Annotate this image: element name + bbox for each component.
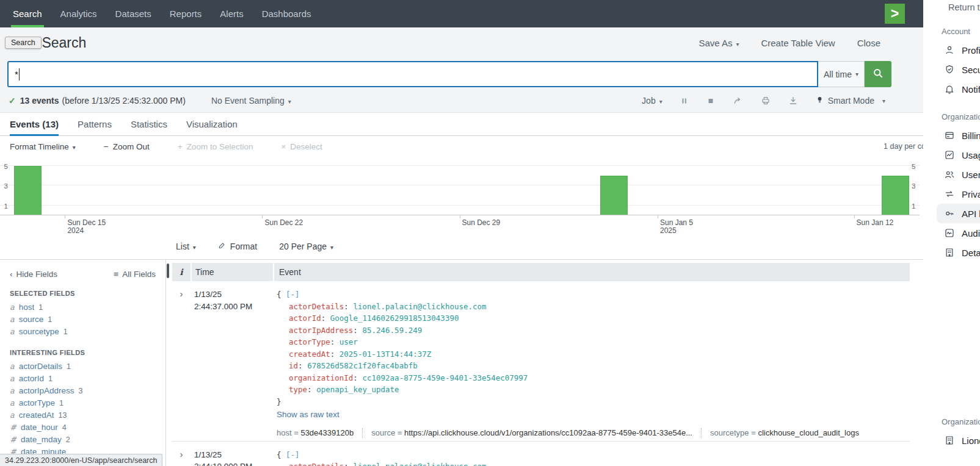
create-table-view-button[interactable]: Create Table View: [761, 38, 835, 48]
print-button[interactable]: [761, 96, 771, 106]
save-as-button[interactable]: Save As: [699, 38, 739, 48]
event-sampling-dropdown[interactable]: No Event Sampling: [211, 96, 291, 106]
zoom-to-selection-button[interactable]: Zoom to Selection: [178, 142, 253, 151]
json-key[interactable]: actorType: [289, 337, 330, 346]
timeline-bar[interactable]: [600, 176, 628, 215]
timeline-bar[interactable]: [14, 166, 42, 216]
json-key[interactable]: createdAt: [289, 349, 330, 359]
job-controls: Job: [642, 95, 885, 106]
zoom-out-button[interactable]: Zoom Out: [104, 142, 150, 151]
json-value[interactable]: lionel.palacin@clickhouse.com: [353, 302, 486, 311]
close-button[interactable]: Close: [857, 38, 880, 48]
collapse-toggle[interactable]: [-]: [286, 290, 300, 299]
expand-caret-icon[interactable]: ›: [180, 289, 183, 299]
field-link[interactable]: date_mday: [21, 434, 62, 446]
per-page-dropdown[interactable]: 20 Per Page: [279, 242, 333, 251]
json-key[interactable]: organizationId: [289, 373, 353, 382]
meta-source[interactable]: source = https://api.clickhouse.cloud/v1…: [362, 428, 701, 438]
share-button[interactable]: [733, 96, 743, 106]
field-link[interactable]: actorDetails: [19, 360, 62, 373]
field-link[interactable]: actorId: [19, 373, 44, 385]
hide-fields-button[interactable]: ‹ Hide Fields: [10, 270, 57, 279]
results-area: ‹ Hide Fields ≡ All Fields SELECTED FIEL…: [0, 259, 923, 466]
job-dropdown[interactable]: Job: [642, 96, 662, 106]
panel-item-users[interactable]: Users: [942, 165, 980, 184]
panel-item-security[interactable]: Security: [942, 60, 980, 79]
json-key[interactable]: actorIpAddress: [289, 326, 353, 335]
panel-item-usage[interactable]: Usage: [942, 145, 980, 165]
nav-item-search[interactable]: Search: [4, 0, 51, 27]
deselect-button[interactable]: Deselect: [281, 142, 322, 151]
user-icon: [944, 45, 955, 56]
json-value[interactable]: user: [339, 337, 358, 346]
field-item-source[interactable]: asource1: [0, 314, 165, 326]
json-key[interactable]: type: [289, 385, 307, 394]
collapse-toggle[interactable]: [-]: [286, 450, 300, 459]
field-item-actordetails[interactable]: aactorDetails1: [0, 360, 165, 373]
stop-button[interactable]: [706, 96, 715, 106]
panel-item-api-keys[interactable]: API keys: [937, 204, 980, 223]
panel-item-audit[interactable]: Audit: [942, 223, 980, 243]
json-value[interactable]: openapi_key_update: [316, 385, 399, 394]
field-item-actoripaddress[interactable]: aactorIpAddress3: [0, 385, 165, 397]
panel-item-private[interactable]: Private: [942, 184, 980, 204]
return-link[interactable]: Return to: [948, 2, 980, 12]
field-link[interactable]: host: [19, 301, 35, 314]
panel-item-notifications[interactable]: Notifications: [942, 79, 980, 99]
field-item-sourcetype[interactable]: asourcetype1: [0, 326, 165, 338]
nav-item-dashboards[interactable]: Dashboards: [253, 0, 321, 27]
field-item-date-mday[interactable]: #date_mday2: [0, 434, 165, 446]
field-link[interactable]: actorIpAddress: [19, 385, 74, 397]
field-link[interactable]: createdAt: [19, 409, 54, 421]
field-link[interactable]: actorType: [19, 397, 55, 409]
tab-patterns[interactable]: Patterns: [78, 113, 112, 135]
json-value[interactable]: 85.246.59.249: [362, 326, 422, 335]
panel-item-profile[interactable]: Profile: [942, 40, 980, 60]
tab-statistics[interactable]: Statistics: [131, 113, 167, 135]
search-button[interactable]: [865, 61, 891, 87]
field-item-createdat[interactable]: acreatedAt13: [0, 409, 165, 421]
tab-events-13[interactable]: Events (13): [10, 113, 59, 135]
field-link[interactable]: source: [19, 314, 44, 326]
search-input[interactable]: *: [7, 61, 818, 87]
all-fields-button[interactable]: ≡ All Fields: [114, 270, 156, 279]
export-button[interactable]: [788, 96, 798, 106]
splunk-logo[interactable]: >: [885, 4, 905, 24]
nav-item-analytics[interactable]: Analytics: [51, 0, 106, 27]
format-timeline-dropdown[interactable]: Format Timeline: [10, 142, 76, 151]
json-value[interactable]: cc1092aa-8775-459e-9401-33e54ec07997: [362, 373, 528, 382]
field-item-host[interactable]: ahost1: [0, 301, 165, 314]
field-link[interactable]: date_hour: [21, 421, 58, 434]
pause-button[interactable]: [680, 96, 689, 106]
show-raw-text-link[interactable]: Show as raw text: [277, 409, 910, 421]
json-value[interactable]: lionel.palacin@clickhouse.com: [353, 462, 486, 466]
list-view-dropdown[interactable]: List: [176, 242, 196, 251]
nav-item-reports[interactable]: Reports: [161, 0, 211, 27]
nav-item-datasets[interactable]: Datasets: [106, 0, 161, 27]
json-value[interactable]: Google_114602629918513043390: [330, 314, 459, 323]
tab-visualization[interactable]: Visualization: [186, 113, 238, 135]
search-mode-dropdown[interactable]: Smart Mode: [816, 95, 885, 106]
time-range-dropdown[interactable]: All time: [818, 61, 865, 87]
json-key[interactable]: actorDetails: [289, 462, 344, 466]
meta-host[interactable]: host = 53de4339120b: [277, 428, 362, 438]
json-value[interactable]: 2025-01-13T14:44:37Z: [339, 349, 432, 359]
expand-caret-icon[interactable]: ›: [180, 449, 183, 459]
json-key[interactable]: id: [289, 361, 298, 370]
field-item-date-hour[interactable]: #date_hour4: [0, 421, 165, 434]
meta-sourcetype[interactable]: sourcetype = clickhouse_cloud_audit_logs: [701, 428, 868, 438]
timeline-bar[interactable]: [882, 176, 909, 215]
format-label: Format: [230, 242, 257, 251]
panel-item-billing[interactable]: Billing: [942, 126, 980, 145]
format-button[interactable]: Format: [218, 242, 257, 251]
field-item-actortype[interactable]: aactorType1: [0, 397, 165, 409]
nav-item-alerts[interactable]: Alerts: [211, 0, 252, 27]
json-key[interactable]: actorDetails: [289, 302, 344, 311]
panel-item-lionel[interactable]: Lionel: [942, 431, 980, 450]
panel-item-details[interactable]: Details: [942, 243, 980, 262]
field-link[interactable]: sourcetype: [19, 326, 59, 338]
json-value[interactable]: 678526d582c1f20fac4babfb: [307, 361, 418, 370]
json-key[interactable]: actorId: [289, 314, 321, 323]
scrollbar-thumb[interactable]: [167, 263, 169, 278]
field-item-actorid[interactable]: aactorId1: [0, 373, 165, 385]
